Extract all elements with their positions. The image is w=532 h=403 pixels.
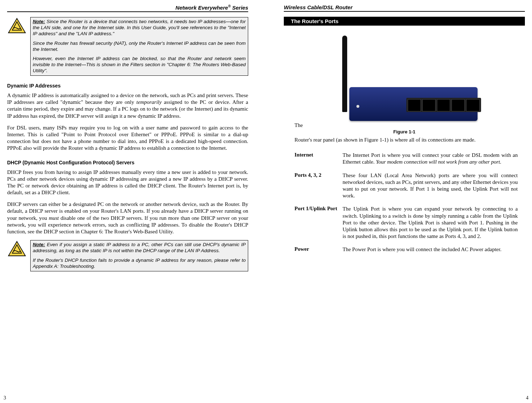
note-label: Note:	[33, 242, 45, 247]
note-text: Since the Router is a device that connec…	[33, 19, 246, 36]
router-illustration	[328, 36, 481, 124]
body-text-em: must	[49, 215, 59, 221]
definition-desc: The Internet Port is where you will conn…	[343, 152, 518, 165]
warning-icon	[7, 240, 27, 258]
router-figure	[284, 36, 525, 124]
definition-row: Internet The Internet Port is where you …	[294, 152, 518, 165]
reset-hole	[356, 105, 359, 108]
note-text: Even if you assign a static IP address t…	[33, 242, 246, 253]
definition-term: Ports 4, 3, 2	[294, 172, 343, 200]
left-page: Network Everywhere® Series Note: Since t…	[0, 4, 266, 403]
port-strip	[406, 98, 481, 112]
registered-mark: ®	[228, 4, 230, 8]
heading-dynamic-ip: Dynamic IP Addresses	[7, 83, 248, 89]
definition-desc: The Power Port is where you will connect…	[343, 246, 518, 253]
body-paragraph: For DSL users, many ISPs may require you…	[7, 124, 248, 152]
page-number-left: 3	[4, 395, 6, 401]
running-head-text-2: Series	[231, 5, 248, 11]
note-text: However, even the Internet IP address ca…	[33, 56, 246, 73]
figure-caption: Figure 1-1	[284, 129, 525, 134]
body-text-em: temporarily	[136, 99, 162, 105]
lead-word-the: The	[294, 122, 303, 128]
desc-text-em: Your modem connection will not work from…	[376, 159, 501, 165]
note-label: Note:	[33, 19, 45, 24]
running-head-text: Network Everywhere	[176, 5, 228, 11]
body-paragraph: DHCP frees you from having to assign IP …	[7, 169, 248, 196]
ethernet-port	[422, 99, 435, 111]
running-head-right: Wireless Cable/DSL Router	[284, 4, 525, 12]
heading-dhcp: DHCP (Dynamic Host Configuration Protoco…	[7, 160, 248, 165]
svg-marker-2	[9, 242, 26, 256]
port-definition-list: Internet The Internet Port is where you …	[294, 152, 518, 259]
note-box-2: Note: Even if you assign a static IP add…	[30, 240, 248, 271]
definition-row: Ports 4, 3, 2 These four LAN (Local Area…	[294, 172, 518, 200]
definition-term: Power	[294, 246, 343, 253]
warning-icon	[7, 17, 27, 35]
ethernet-port	[408, 99, 421, 111]
router-body	[349, 87, 478, 121]
note-block-1: Note: Since the Router is a device that …	[7, 17, 248, 76]
definition-desc: These four LAN (Local Area Network) port…	[343, 172, 518, 200]
router-antenna	[342, 36, 347, 112]
definition-term: Internet	[294, 152, 343, 165]
ethernet-port	[437, 99, 450, 111]
intro-paragraph: Router's rear panel (as shown in Figure …	[294, 137, 518, 143]
body-paragraph: A dynamic IP address is automatically as…	[7, 92, 248, 120]
page-spread: Network Everywhere® Series Note: Since t…	[0, 0, 532, 403]
definition-row: Power The Power Port is where you will c…	[294, 246, 518, 253]
right-page: Wireless Cable/DSL Router The Router's P…	[266, 4, 532, 403]
definition-desc: The Uplink Port is where you can expand …	[343, 206, 518, 240]
note-block-2: Note: Even if you assign a static IP add…	[7, 240, 248, 271]
ethernet-port	[466, 99, 479, 111]
definition-row: Port 1/Uplink Port The Uplink Port is wh…	[294, 206, 518, 240]
ethernet-port	[452, 99, 465, 111]
svg-marker-0	[9, 18, 26, 33]
note-box-1: Note: Since the Router is a device that …	[30, 17, 248, 76]
section-title-bar: The Router's Ports	[284, 17, 525, 26]
running-head-left: Network Everywhere® Series	[7, 4, 248, 12]
definition-term: Port 1/Uplink Port	[294, 206, 343, 240]
body-paragraph: DHCP servers can either be a designated …	[7, 201, 248, 235]
page-number-right: 4	[526, 395, 528, 401]
note-text: Since the Router has firewall security (…	[33, 41, 246, 52]
note-text: If the Router's DHCP function fails to p…	[33, 258, 246, 269]
